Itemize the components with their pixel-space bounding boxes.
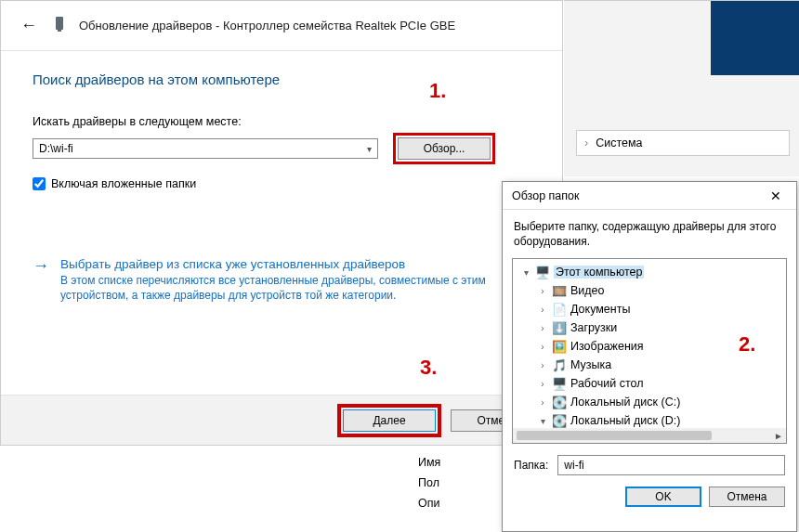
path-input[interactable]	[33, 142, 360, 155]
svg-rect-0	[56, 17, 63, 30]
tree-node-videos[interactable]: › 🎞️ Видео	[517, 281, 782, 300]
scrollbar-thumb[interactable]	[517, 431, 712, 440]
disk-icon: 💽	[552, 413, 567, 428]
chevron-right-icon: ›	[584, 136, 588, 149]
expander-icon[interactable]: ›	[537, 323, 548, 333]
tree-node-label: Изображения	[570, 340, 644, 353]
dialog-titlebar: Обзор папок ✕	[503, 182, 796, 210]
tree-node-label: Загрузки	[570, 321, 617, 334]
pick-from-list-link[interactable]: → Выбрать драйвер из списка уже установл…	[33, 257, 530, 303]
pick-from-list-title: Выбрать драйвер из списка уже установлен…	[60, 257, 497, 271]
tree-node-label: Этот компьютер	[554, 266, 644, 279]
pick-from-list-desc: В этом списке перечисляются все установл…	[60, 273, 497, 303]
browse-button[interactable]: Обзор...	[398, 137, 491, 160]
downloads-icon: ⬇️	[552, 320, 567, 335]
tree-node-disk-d[interactable]: ▾ 💽 Локальный диск (D:)	[517, 411, 782, 430]
device-icon	[53, 16, 66, 35]
expander-icon[interactable]: ›	[537, 397, 548, 408]
tree-node-label: Видео	[570, 284, 605, 297]
expander-icon[interactable]: ›	[537, 286, 548, 296]
videos-icon: 🎞️	[552, 283, 567, 298]
horizontal-scrollbar[interactable]: ◄ ►	[513, 428, 786, 443]
next-button[interactable]: Далее	[343, 409, 436, 432]
music-icon: 🎵	[552, 357, 567, 372]
tree-node-music[interactable]: › 🎵 Музыка	[517, 356, 782, 374]
scroll-right-icon[interactable]: ►	[771, 428, 786, 443]
ok-button[interactable]: OK	[625, 487, 701, 507]
path-combobox[interactable]: ▾	[33, 138, 378, 159]
tree-node-label: Рабочий стол	[570, 377, 643, 390]
documents-icon: 📄	[552, 302, 567, 317]
desktop-icon: 🖥️	[552, 376, 567, 391]
folder-field-label: Папка:	[514, 459, 548, 472]
dialog-title: Обзор папок	[512, 189, 580, 202]
close-icon: ✕	[770, 188, 781, 203]
annotation-step-2: 2.	[739, 332, 755, 357]
expander-icon[interactable]: ›	[537, 342, 548, 352]
tree-node-this-pc[interactable]: ▾ 🖥️ Этот компьютер	[517, 263, 782, 281]
breadcrumb-label: Система	[596, 136, 642, 149]
folder-name-input[interactable]	[557, 455, 785, 475]
tree-node-label: Документы	[570, 303, 630, 316]
window-body: Поиск драйверов на этом компьютере Искат…	[1, 51, 562, 395]
tree-node-desktop[interactable]: › 🖥️ Рабочий стол	[517, 374, 782, 393]
expander-icon[interactable]: ▾	[520, 267, 531, 278]
window-footer: Далее Отмена	[1, 395, 562, 445]
search-location-label: Искать драйверы в следующем месте:	[33, 115, 530, 128]
annotation-step-3: 3.	[420, 356, 437, 380]
page-title: Поиск драйверов на этом компьютере	[33, 71, 530, 87]
tree-node-disk-c[interactable]: › 💽 Локальный диск (C:)	[517, 393, 782, 411]
svg-rect-1	[58, 30, 61, 32]
window-title: Обновление драйверов - Контроллер семейс…	[79, 19, 455, 32]
dialog-description: Выберите папку, содержащую драйверы для …	[503, 210, 796, 249]
window-header: ← Обновление драйверов - Контроллер семе…	[1, 1, 562, 51]
include-subfolders-checkbox[interactable]: Включая вложенные папки	[33, 177, 530, 190]
update-driver-window: ← Обновление драйверов - Контроллер семе…	[0, 0, 563, 446]
close-button[interactable]: ✕	[763, 186, 789, 206]
expander-icon[interactable]: ▾	[537, 416, 548, 426]
bg-label-full: Пол	[418, 473, 440, 493]
browse-folder-dialog: Обзор папок ✕ Выберите папку, содержащую…	[502, 181, 797, 532]
background-labels: Имя Пол Опи	[418, 452, 440, 513]
chevron-down-icon[interactable]: ▾	[360, 144, 377, 154]
include-subfolders-input[interactable]	[33, 177, 46, 190]
background-blue-strip	[711, 1, 799, 75]
back-button[interactable]: ←	[18, 13, 40, 38]
tree-node-label: Музыка	[570, 358, 611, 371]
computer-icon: 🖥️	[535, 265, 550, 279]
tree-node-label: Локальный диск (C:)	[570, 396, 680, 409]
pictures-icon: 🖼️	[552, 339, 567, 354]
expander-icon[interactable]: ›	[537, 305, 548, 315]
expander-icon[interactable]: ›	[537, 360, 548, 370]
tree-node-label: Локальный диск (D:)	[570, 414, 680, 427]
include-subfolders-label: Включая вложенные папки	[51, 177, 196, 190]
bg-label-name: Имя	[418, 452, 440, 473]
arrow-right-icon: →	[33, 257, 49, 303]
tree-node-documents[interactable]: › 📄 Документы	[517, 300, 782, 318]
cancel-button[interactable]: Отмена	[709, 487, 785, 507]
breadcrumb[interactable]: › Система	[576, 130, 790, 156]
annotation-step-1: 1.	[429, 79, 446, 103]
bg-label-desc: Опи	[418, 493, 440, 513]
disk-icon: 💽	[552, 395, 567, 409]
expander-icon[interactable]: ›	[537, 379, 548, 389]
